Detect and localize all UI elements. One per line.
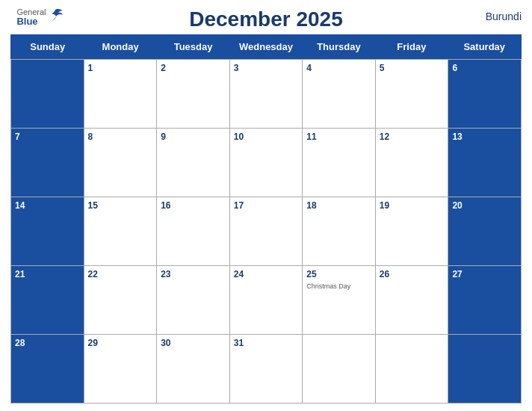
cell-date-number: 29 — [88, 337, 153, 350]
calendar-cell: 24 — [230, 266, 303, 335]
cell-date-number: 2 — [161, 62, 226, 75]
days-header: Sunday Monday Tuesday Wednesday Thursday… — [10, 34, 522, 59]
cell-date-number: 7 — [15, 131, 80, 143]
cell-date-number: 19 — [380, 200, 445, 212]
cell-date-number: 6 — [452, 62, 517, 75]
cell-date-number: 20 — [452, 200, 517, 212]
calendar-header: General Blue December 2025 Burundi — [10, 7, 522, 31]
cell-date-number: 16 — [161, 200, 226, 212]
calendar-cell: 22 — [84, 266, 158, 335]
calendar-cell: 5 — [376, 60, 449, 129]
cell-date-number: 11 — [306, 131, 371, 143]
logo-bird-icon — [48, 8, 64, 23]
day-wednesday: Wednesday — [229, 39, 302, 55]
day-tuesday: Tuesday — [157, 39, 229, 55]
cell-date-number: 21 — [15, 268, 80, 281]
calendar-cell: 28 — [11, 335, 84, 404]
cell-date-number: 23 — [161, 268, 226, 281]
calendar-cell: 14 — [11, 197, 84, 266]
calendar-cell: 13 — [448, 129, 522, 197]
cell-date-number: 17 — [234, 200, 299, 212]
calendar-cell: 7 — [11, 129, 84, 197]
cell-date-number: 24 — [234, 268, 299, 281]
day-monday: Monday — [84, 39, 156, 55]
calendar-cell — [448, 335, 522, 404]
calendar-cell: 4 — [303, 60, 376, 129]
cell-date-number: 13 — [452, 131, 517, 143]
cell-date-number: 8 — [88, 131, 153, 143]
calendar-cell — [303, 335, 376, 404]
calendar-wrapper: General Blue December 2025 Burundi Sunda… — [0, 0, 532, 411]
cell-date-number: 10 — [234, 131, 299, 143]
cell-date-number: 15 — [88, 200, 153, 212]
day-saturday: Saturday — [448, 39, 521, 55]
calendar-cell: 26 — [376, 266, 449, 335]
calendar-cell: 19 — [376, 197, 449, 266]
calendar-cell: 21 — [11, 266, 84, 335]
calendar-cell: 12 — [376, 129, 449, 197]
calendar-grid: 1234567891011121314151617181920212223242… — [10, 59, 522, 404]
cell-date-number: 26 — [380, 268, 445, 281]
calendar-cell: 2 — [157, 60, 230, 129]
calendar-cell: 20 — [448, 197, 522, 266]
calendar-cell: 8 — [84, 129, 158, 197]
calendar-cell: 11 — [303, 129, 376, 197]
cell-date-number: 18 — [306, 200, 371, 212]
cell-event-label: Christmas Day — [306, 282, 371, 290]
calendar-cell: 31 — [230, 335, 303, 404]
cell-date-number: 22 — [88, 268, 153, 281]
calendar-title: December 2025 — [189, 7, 342, 31]
cell-date-number: 1 — [88, 62, 153, 75]
cell-date-number: 31 — [234, 337, 299, 350]
day-sunday: Sunday — [11, 39, 84, 55]
cell-date-number: 27 — [452, 268, 517, 281]
cell-date-number: 30 — [161, 337, 226, 350]
calendar-cell: 30 — [157, 335, 230, 404]
cell-date-number: 3 — [234, 62, 299, 75]
calendar-cell: 6 — [448, 60, 522, 129]
cell-date-number: 4 — [306, 62, 371, 75]
cell-date-number: 25 — [306, 268, 371, 281]
calendar-cell: 25Christmas Day — [303, 266, 376, 335]
calendar-cell: 18 — [303, 197, 376, 266]
calendar-cell: 1 — [84, 60, 158, 129]
calendar-cell: 9 — [157, 129, 230, 197]
day-friday: Friday — [375, 39, 448, 55]
calendar-cell: 3 — [230, 60, 303, 129]
calendar-cell: 27 — [448, 266, 522, 335]
calendar-cell: 17 — [230, 197, 303, 266]
calendar-cell: 10 — [230, 129, 303, 197]
logo-area: General Blue — [10, 7, 70, 27]
cell-date-number: 28 — [15, 337, 80, 350]
cell-date-number: 14 — [15, 200, 80, 212]
logo-blue-text: Blue — [16, 16, 46, 27]
cell-date-number: 9 — [161, 131, 226, 143]
calendar-cell: 23 — [157, 266, 230, 335]
calendar-cell: 15 — [84, 197, 158, 266]
country-label: Burundi — [486, 10, 522, 22]
calendar-cell — [376, 335, 449, 404]
cell-date-number: 5 — [380, 62, 445, 75]
cell-date-number: 12 — [380, 131, 445, 143]
calendar-cell: 29 — [84, 335, 158, 404]
calendar-cell: 16 — [157, 197, 230, 266]
day-thursday: Thursday — [303, 39, 375, 55]
calendar-cell — [11, 60, 84, 129]
